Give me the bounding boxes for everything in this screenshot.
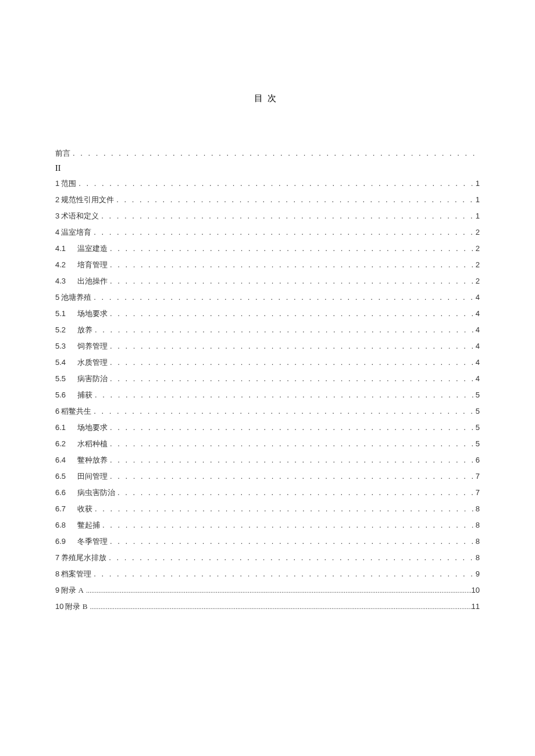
document-page: 目次 前言. . . . . . . . . . . . . . . . . .…	[0, 0, 535, 612]
toc-entry: 6.8鳖起捕. . . . . . . . . . . . . . . . . …	[55, 519, 480, 531]
toc-entry-label: 养殖尾水排放	[61, 552, 106, 564]
toc-dots: . . . . . . . . . . . . . . . . . . . . …	[114, 194, 476, 206]
toc-entry: 10 附录 B.................................…	[55, 601, 480, 612]
toc-dots: . . . . . . . . . . . . . . . . . . . . …	[92, 503, 476, 515]
toc-entry: 5.4水质管理. . . . . . . . . . . . . . . . .…	[55, 357, 480, 368]
toc-dots: . . . . . . . . . . . . . . . . . . . . …	[108, 438, 476, 450]
toc-dots: . . . . . . . . . . . . . . . . . . . . …	[76, 178, 476, 189]
toc-entry-label: 范围	[61, 178, 76, 189]
toc-dots: . . . . . . . . . . . . . . . . . . . . …	[91, 292, 476, 303]
toc-page-number: 2	[476, 227, 480, 238]
toc-entry-number: 5	[55, 292, 59, 303]
toc-entry-number: 5.2	[55, 324, 77, 336]
toc-page-number: 1	[476, 194, 480, 206]
toc-entry-number: 3	[55, 210, 59, 222]
toc-entry-label: 病虫害防治	[77, 487, 115, 499]
toc-page-number: 9	[476, 568, 480, 580]
toc-dots: . . . . . . . . . . . . . . . . . . . . …	[108, 422, 476, 433]
toc-entry: 6 稻鳖共生. . . . . . . . . . . . . . . . . …	[55, 406, 480, 417]
toc-page-number: 4	[476, 292, 480, 303]
toc-entry: 6.6病虫害防治. . . . . . . . . . . . . . . . …	[55, 487, 480, 499]
toc-entry-number: 6.2	[55, 438, 77, 450]
toc-page-number: 1	[476, 210, 480, 222]
toc-entry-number: 4.2	[55, 259, 77, 271]
toc-entry-number: 6.4	[55, 454, 77, 466]
toc-dots: . . . . . . . . . . . . . . . . . . . . …	[108, 341, 476, 352]
toc-dots: . . . . . . . . . . . . . . . . . . . . …	[108, 454, 476, 466]
toc-entry: 6.9冬季管理. . . . . . . . . . . . . . . . .…	[55, 536, 480, 547]
toc-entry-number: 1	[55, 178, 59, 189]
toc-entry-label: 前言	[55, 148, 70, 159]
toc-preface-page: II	[55, 164, 480, 173]
toc-entry-number: 5.6	[55, 389, 77, 401]
toc-entry-label: 附录 A	[61, 585, 84, 596]
toc-entry-number: 4.3	[55, 275, 77, 287]
toc-page-number: 8	[476, 552, 480, 564]
toc-entry-number: 6.5	[55, 471, 77, 482]
toc-dots: . . . . . . . . . . . . . . . . . . . . …	[108, 275, 476, 287]
toc-entry-label: 水稻种植	[77, 438, 108, 450]
toc-entry: 6.2水稻种植. . . . . . . . . . . . . . . . .…	[55, 438, 480, 450]
toc-entry: 5.2放养. . . . . . . . . . . . . . . . . .…	[55, 324, 480, 336]
toc-page-number: 5	[476, 406, 480, 417]
toc-dots: . . . . . . . . . . . . . . . . . . . . …	[91, 406, 476, 417]
toc-dots: . . . . . . . . . . . . . . . . . . . . …	[108, 471, 476, 482]
toc-dots: . . . . . . . . . . . . . . . . . . . . …	[92, 324, 476, 336]
toc-entry-number: 6.1	[55, 422, 77, 433]
toc-dots: ........................................…	[87, 602, 471, 612]
toc-page-number: 10	[472, 585, 480, 596]
toc-page-number: 5	[476, 389, 480, 401]
toc-entry-label: 温室培育	[61, 227, 91, 238]
toc-dots: . . . . . . . . . . . . . . . . . . . . …	[108, 357, 476, 368]
toc-dots: . . . . . . . . . . . . . . . . . . . . …	[108, 536, 476, 547]
toc-page-number: 8	[476, 503, 480, 515]
toc-entry: 8 档案管理. . . . . . . . . . . . . . . . . …	[55, 568, 480, 580]
toc-entry-number: 6.9	[55, 536, 77, 547]
toc-entry-label: 术语和定义	[61, 210, 99, 222]
toc-page-number: 6	[476, 454, 480, 466]
toc-title: 目次	[55, 93, 480, 104]
toc-entry-label: 档案管理	[61, 568, 91, 580]
toc-entry-label: 场地要求	[77, 422, 108, 433]
toc-entry: 7 养殖尾水排放. . . . . . . . . . . . . . . . …	[55, 552, 480, 564]
toc-entry: 4.3出池操作. . . . . . . . . . . . . . . . .…	[55, 275, 480, 287]
toc-dots: . . . . . . . . . . . . . . . . . . . . …	[108, 259, 476, 271]
toc-entry-number: 4.1	[55, 243, 77, 255]
toc-entry: 3 术语和定义. . . . . . . . . . . . . . . . .…	[55, 210, 480, 222]
toc-dots: . . . . . . . . . . . . . . . . . . . . …	[108, 243, 476, 255]
toc-page-number: 1	[476, 178, 480, 189]
toc-entry-number: 9	[55, 585, 59, 596]
toc-entry-label: 培育管理	[77, 259, 108, 271]
toc-entry-number: 5.3	[55, 341, 77, 352]
toc-entry-number: 5.5	[55, 373, 77, 385]
toc-page-number: 11	[472, 601, 480, 612]
toc-entry-label: 鳖起捕	[77, 519, 100, 531]
toc-entry: 1 范围. . . . . . . . . . . . . . . . . . …	[55, 178, 480, 189]
toc-page-number: 7	[476, 487, 480, 499]
toc-entry-label: 收获	[77, 503, 92, 515]
toc-entry-number: 6.7	[55, 503, 77, 515]
toc-entry-number: 6.6	[55, 487, 77, 499]
toc-dots: . . . . . . . . . . . . . . . . . . . . …	[108, 373, 476, 385]
toc-entry-label: 饲养管理	[77, 341, 108, 352]
toc-page-number: 7	[476, 471, 480, 482]
toc-entry: 2 规范性引用文件. . . . . . . . . . . . . . . .…	[55, 194, 480, 206]
toc-dots: . . . . . . . . . . . . . . . . . . . . …	[100, 519, 476, 531]
toc-dots: . . . . . . . . . . . . . . . . . . . . …	[92, 389, 476, 401]
toc-entry: 5.5病害防治. . . . . . . . . . . . . . . . .…	[55, 373, 480, 385]
toc-entry: 5.6捕获. . . . . . . . . . . . . . . . . .…	[55, 389, 480, 401]
toc-dots: . . . . . . . . . . . . . . . . . . . . …	[99, 210, 476, 222]
toc-page-number: 4	[476, 324, 480, 336]
toc-entry: 6.1场地要求. . . . . . . . . . . . . . . . .…	[55, 422, 480, 433]
toc-entry-number: 6.8	[55, 519, 77, 531]
toc-page-number: 5	[476, 422, 480, 433]
toc-entry-label: 水质管理	[77, 357, 108, 368]
toc-page-number: 4	[476, 357, 480, 368]
toc-entry-label: 病害防治	[77, 373, 108, 385]
toc-entry-label: 池塘养殖	[61, 292, 91, 303]
toc-entry-label: 冬季管理	[77, 536, 108, 547]
toc-entry: 4.2培育管理. . . . . . . . . . . . . . . . .…	[55, 259, 480, 271]
toc-entry: 6.4鳖种放养. . . . . . . . . . . . . . . . .…	[55, 454, 480, 466]
toc-entry: 5 池塘养殖. . . . . . . . . . . . . . . . . …	[55, 292, 480, 303]
toc-entry-number: 5.1	[55, 308, 77, 320]
